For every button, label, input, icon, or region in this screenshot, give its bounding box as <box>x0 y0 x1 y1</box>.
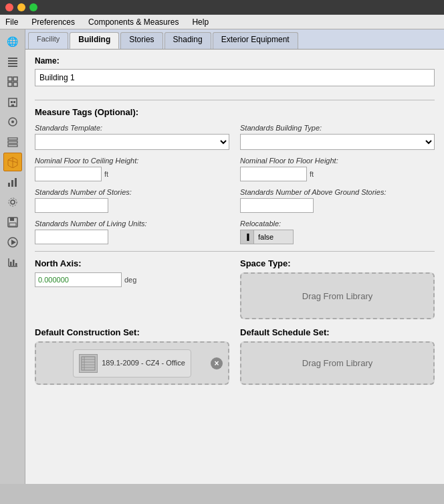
content-area: Facility Building Stories Shading Exteri… <box>25 29 444 484</box>
svg-rect-2 <box>8 63 17 64</box>
remove-construction-button[interactable]: × <box>211 357 223 369</box>
floor-floor-group: Nominal Floor to Floor Height: ft <box>240 157 435 181</box>
north-axis-col: North Axis: deg <box>35 258 229 319</box>
tab-exterior-equipment[interactable]: Exterior Equipment <box>213 32 298 49</box>
above-ground-label: Standards Number of Above Ground Stories… <box>240 188 435 196</box>
svg-rect-16 <box>8 145 17 147</box>
construction-inner: 189.1-2009 - CZ4 - Office <box>73 349 191 377</box>
maximize-button[interactable] <box>29 3 37 11</box>
tab-stories[interactable]: Stories <box>120 32 162 49</box>
north-axis-input[interactable] <box>35 272 122 287</box>
svg-rect-27 <box>9 223 16 226</box>
standards-template-group: Standards Template: <box>35 124 229 150</box>
standards-template-select[interactable] <box>35 134 229 150</box>
tab-building[interactable]: Building <box>70 32 119 49</box>
north-axis-label: North Axis: <box>35 258 229 268</box>
svg-point-24 <box>9 198 17 206</box>
living-units-row: Standards Number of Living Units: Reloca… <box>35 220 435 244</box>
svg-rect-0 <box>8 58 17 59</box>
svg-rect-15 <box>8 141 17 143</box>
sidebar-icon-building[interactable] <box>3 92 22 111</box>
svg-rect-1 <box>8 60 17 62</box>
sidebar-icon-list[interactable] <box>3 52 22 71</box>
floor-ceiling-input[interactable] <box>35 167 102 181</box>
floor-ceiling-field-row: ft <box>35 167 229 181</box>
svg-rect-14 <box>8 138 17 140</box>
svg-rect-3 <box>8 66 17 67</box>
schedule-drag-label: Drag From Library <box>302 358 372 368</box>
standards-template-label: Standards Template: <box>35 124 229 132</box>
space-type-drag-label: Drag From Library <box>302 291 372 301</box>
floor-ceiling-label: Nominal Floor to Ceiling Height: <box>35 157 229 165</box>
north-axis-field-row: deg <box>35 272 229 287</box>
relocatable-group: Relocatable: ▐ false <box>240 220 435 244</box>
construction-item: 189.1-2009 - CZ4 - Office × <box>35 341 229 385</box>
close-button[interactable] <box>5 3 13 11</box>
separator1 <box>35 100 435 100</box>
minimize-button[interactable] <box>17 3 25 11</box>
space-type-drag-box[interactable]: Drag From Library <box>240 272 435 319</box>
svg-rect-34 <box>15 263 17 266</box>
svg-rect-32 <box>10 262 12 266</box>
construction-text: 189.1-2009 - CZ4 - Office <box>102 358 185 368</box>
stories-label: Standards Number of Stories: <box>35 188 229 196</box>
name-label: Name: <box>35 56 435 66</box>
living-units-group: Standards Number of Living Units: <box>35 220 229 244</box>
sidebar-icon-barchart[interactable] <box>3 253 22 272</box>
svg-rect-9 <box>11 101 13 103</box>
sidebar-icon-grid[interactable] <box>3 72 22 91</box>
sidebar-icon-circle[interactable] <box>3 112 22 131</box>
svg-rect-26 <box>10 218 14 221</box>
above-ground-group: Standards Number of Above Ground Stories… <box>240 188 435 213</box>
living-units-input[interactable] <box>35 230 108 244</box>
svg-rect-22 <box>15 178 17 187</box>
schedule-drag-box[interactable]: Drag From Library <box>240 341 435 385</box>
svg-rect-6 <box>8 82 12 86</box>
svg-rect-33 <box>13 260 15 266</box>
relocatable-toggle[interactable]: ▐ false <box>240 230 294 244</box>
north-axis-section: North Axis: deg Space Type: Drag From Li… <box>35 258 435 319</box>
svg-rect-5 <box>13 77 17 81</box>
measure-tags-label: Measure Tags (Optional): <box>35 107 435 117</box>
sidebar: 🌐 <box>0 29 25 484</box>
stories-input[interactable] <box>35 198 108 213</box>
tab-facility[interactable]: Facility <box>28 32 68 49</box>
floor-heights-row: Nominal Floor to Ceiling Height: ft Nomi… <box>35 157 435 181</box>
sidebar-icon-globe[interactable]: 🌐 <box>3 32 22 51</box>
svg-rect-10 <box>13 101 15 103</box>
floor-floor-label: Nominal Floor to Floor Height: <box>240 157 435 165</box>
sidebar-icon-layers[interactable] <box>3 133 22 151</box>
svg-rect-20 <box>8 183 10 187</box>
separator2 <box>35 251 435 252</box>
schedule-col: Default Schedule Set: Drag From Library <box>240 327 435 385</box>
construction-icon <box>79 354 98 373</box>
living-units-label: Standards Number of Living Units: <box>35 220 229 228</box>
north-axis-unit: deg <box>124 276 136 284</box>
sidebar-icon-play[interactable] <box>3 233 22 252</box>
stories-group: Standards Number of Stories: <box>35 188 229 213</box>
title-bar <box>0 0 444 15</box>
menu-bar: File Preferences Components & Measures H… <box>0 15 444 29</box>
construction-label: Default Construction Set: <box>35 327 229 337</box>
tab-shading[interactable]: Shading <box>164 32 211 49</box>
menu-components-measures[interactable]: Components & Measures <box>86 16 181 28</box>
name-input[interactable] <box>35 69 435 86</box>
menu-file[interactable]: File <box>3 16 21 28</box>
menu-preferences[interactable]: Preferences <box>29 16 78 28</box>
relocatable-label: Relocatable: <box>240 220 435 228</box>
sidebar-icon-save[interactable] <box>3 213 22 232</box>
standards-building-type-select[interactable] <box>240 134 435 150</box>
toggle-indicator: ▐ <box>241 230 254 244</box>
svg-rect-4 <box>8 77 12 81</box>
floor-floor-input[interactable] <box>240 167 307 181</box>
sidebar-icon-gear[interactable] <box>3 193 22 212</box>
sidebar-icon-package[interactable] <box>3 153 22 171</box>
floor-ceiling-unit: ft <box>104 170 108 178</box>
space-type-col: Space Type: Drag From Library <box>240 258 435 319</box>
menu-help[interactable]: Help <box>189 16 211 28</box>
standards-building-type-label: Standards Building Type: <box>240 124 435 132</box>
sidebar-icon-chart[interactable] <box>3 173 22 191</box>
construction-section: Default Construction Set: <box>35 327 435 385</box>
above-ground-input[interactable] <box>240 198 314 213</box>
standards-building-type-group: Standards Building Type: <box>240 124 435 150</box>
